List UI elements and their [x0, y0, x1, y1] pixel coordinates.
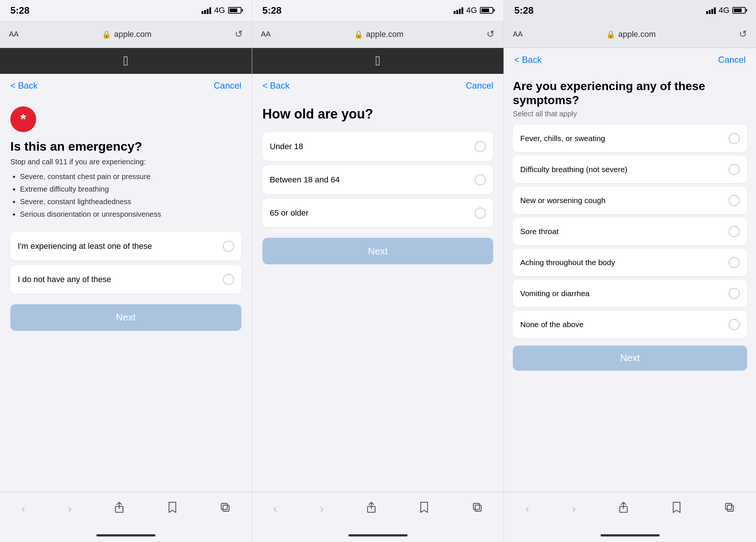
symptom-breathing[interactable]: Difficulty breathing (not severe) [513, 156, 747, 183]
back-nav-button-3[interactable]: ‹ [522, 499, 532, 518]
symptom-cough-text: New or worsening cough [520, 196, 605, 205]
next-button-1[interactable]: Next [10, 304, 241, 331]
radio-vomiting[interactable] [729, 288, 740, 299]
symptom-fever-text: Fever, chills, or sweating [520, 134, 605, 143]
share-button-1[interactable] [111, 498, 127, 519]
star-symbol: * [21, 112, 26, 127]
status-icons-1: 4G [202, 6, 241, 15]
nav-back-3[interactable]: < Back [514, 55, 542, 65]
symptom-vomiting[interactable]: Vomiting or diarrhea [513, 280, 747, 307]
tabs-button-3[interactable] [721, 499, 738, 518]
radio-under18[interactable] [475, 141, 486, 152]
back-nav-button-1[interactable]: ‹ [18, 499, 28, 518]
symptom-cough[interactable]: New or worsening cough [513, 187, 747, 214]
radio-aching[interactable] [729, 257, 740, 268]
forward-nav-button-3[interactable]: › [569, 499, 579, 518]
symptoms-title: Are you experiencing any of these sympto… [513, 79, 747, 107]
battery-icon-3 [732, 7, 746, 14]
symptom-none-text: None of the above [520, 320, 584, 329]
apple-logo-1:  [123, 53, 128, 69]
option-experiencing-text: I'm experiencing at least one of these [18, 241, 152, 252]
network-label-1: 4G [214, 6, 225, 15]
nav-bar-2: < Back Cancel [252, 74, 504, 97]
age-option-65-plus[interactable]: 65 or older [262, 199, 494, 227]
home-indicator-1 [0, 529, 252, 542]
content-1: * Is this an emergency? Stop and call 91… [0, 97, 252, 492]
share-button-3[interactable] [615, 498, 632, 519]
home-bar-2 [348, 534, 408, 536]
battery-icon-2 [480, 7, 493, 14]
lock-icon-3: 🔒 [606, 30, 615, 39]
share-button-2[interactable] [363, 498, 379, 519]
next-button-label-3: Next [620, 352, 640, 364]
tabs-button-2[interactable] [469, 499, 485, 518]
browser-url-bar-1: 🔒 apple.com [102, 30, 152, 39]
symptom-aching[interactable]: Aching throughout the body [513, 249, 747, 276]
bottom-toolbar-2: ‹ › [252, 492, 504, 529]
nav-bar-3: < Back Cancel [504, 48, 756, 72]
symptom-vomiting-text: Vomiting or diarrhea [520, 289, 590, 298]
tabs-button-1[interactable] [217, 499, 233, 518]
next-button-label-1: Next [116, 312, 135, 323]
lock-icon-2: 🔒 [354, 30, 363, 39]
browser-aa-2[interactable]: AA [261, 30, 271, 38]
network-label-3: 4G [719, 6, 729, 15]
browser-url-text-1: apple.com [114, 30, 152, 39]
status-time-3: 5:28 [514, 5, 533, 16]
age-option-18-64[interactable]: Between 18 and 64 [262, 165, 494, 194]
radio-experiencing[interactable] [223, 241, 234, 252]
nav-back-1[interactable]: < Back [10, 80, 38, 91]
apple-header-1:  [0, 48, 252, 74]
next-button-2[interactable]: Next [262, 238, 494, 264]
browser-aa-3[interactable]: AA [513, 30, 523, 38]
browser-refresh-1[interactable]: ↺ [235, 28, 243, 40]
browser-bar-3[interactable]: AA 🔒 apple.com ↺ [504, 21, 756, 48]
screen-subtitle-1: Stop and call 911 if you are experiencin… [10, 158, 241, 166]
option-none-text: I do not have any of these [18, 274, 111, 285]
nav-cancel-2[interactable]: Cancel [466, 80, 494, 91]
option-experiencing-card[interactable]: I'm experiencing at least one of these [10, 232, 241, 261]
bookmarks-button-2[interactable] [416, 498, 432, 519]
nav-back-2[interactable]: < Back [262, 80, 290, 91]
browser-aa-1[interactable]: AA [9, 30, 19, 38]
radio-none[interactable] [223, 274, 234, 285]
next-button-3[interactable]: Next [513, 346, 747, 371]
browser-url-text-3: apple.com [618, 30, 656, 39]
browser-refresh-3[interactable]: ↺ [739, 28, 747, 40]
home-bar-3 [601, 534, 660, 536]
status-icons-3: 4G [706, 6, 746, 15]
age-option-18-64-text: Between 18 and 64 [270, 175, 340, 185]
browser-refresh-2[interactable]: ↺ [487, 28, 495, 40]
nav-cancel-1[interactable]: Cancel [214, 80, 241, 91]
radio-none-above[interactable] [729, 319, 740, 330]
radio-breathing[interactable] [729, 164, 740, 175]
bullet-item-1: Severe, constant chest pain or pressure [20, 171, 241, 182]
symptom-fever[interactable]: Fever, chills, or sweating [513, 125, 747, 152]
battery-icon-1 [228, 7, 241, 14]
home-bar-1 [96, 534, 155, 536]
forward-nav-button-1[interactable]: › [65, 499, 75, 518]
svg-rect-5 [475, 505, 481, 511]
radio-65-plus[interactable] [475, 207, 486, 219]
phone-screen-1: 5:28 4G AA 🔒 apple.com ↺  < Back Canc [0, 0, 252, 542]
svg-rect-2 [223, 505, 229, 511]
back-nav-button-2[interactable]: ‹ [270, 499, 280, 518]
browser-url-text-2: apple.com [366, 30, 404, 39]
browser-url-bar-3: 🔒 apple.com [606, 30, 656, 39]
symptom-none[interactable]: None of the above [513, 311, 747, 338]
bookmarks-button-1[interactable] [164, 498, 181, 519]
nav-cancel-3[interactable]: Cancel [718, 55, 746, 65]
radio-fever[interactable] [729, 133, 740, 144]
radio-sore-throat[interactable] [729, 226, 740, 237]
apple-logo-2:  [375, 53, 380, 69]
option-none-card[interactable]: I do not have any of these [10, 265, 241, 294]
radio-18-64[interactable] [475, 174, 486, 185]
bullet-list-1: Severe, constant chest pain or pressure … [10, 171, 241, 222]
forward-nav-button-2[interactable]: › [317, 499, 327, 518]
radio-cough[interactable] [729, 195, 740, 206]
bookmarks-button-3[interactable] [669, 498, 685, 519]
age-option-under18[interactable]: Under 18 [262, 132, 494, 161]
symptom-sore-throat[interactable]: Sore throat [513, 218, 747, 245]
browser-bar-2[interactable]: AA 🔒 apple.com ↺ [252, 21, 504, 48]
browser-bar-1[interactable]: AA 🔒 apple.com ↺ [0, 21, 252, 48]
